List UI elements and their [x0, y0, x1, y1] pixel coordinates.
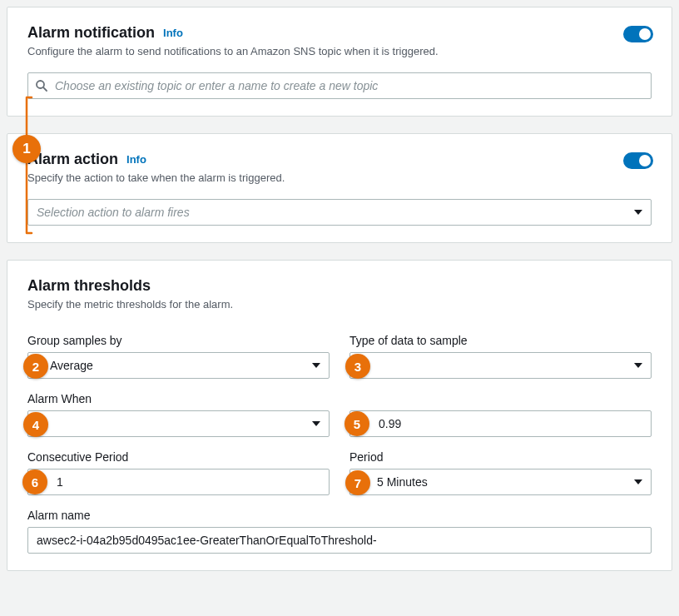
period-select[interactable]: 5 Minutes 7	[349, 469, 652, 495]
info-link-notification[interactable]: Info	[163, 27, 183, 39]
alarm-notification-title: Alarm notification	[27, 24, 155, 42]
type-of-data-field: Type of data to sample 3	[349, 334, 652, 379]
group-samples-value: Average	[37, 359, 93, 372]
panel-header: Alarm action Info	[27, 151, 652, 168]
alarm-action-select[interactable]: Selection action to alarm fires	[27, 199, 652, 226]
alarm-when-value-field: 5	[349, 392, 652, 437]
action-toggle[interactable]	[623, 152, 653, 169]
alarm-action-select-placeholder: Selection action to alarm fires	[37, 206, 190, 219]
search-icon	[35, 79, 48, 92]
annotation-badge-4: 4	[23, 412, 48, 437]
group-samples-select[interactable]: Average 2	[27, 352, 330, 379]
period-label: Period	[349, 450, 652, 464]
alarm-action-panel: Alarm action Info Specify the action to …	[7, 133, 672, 243]
chevron-down-icon	[634, 210, 642, 215]
consecutive-period-label: Consecutive Period	[27, 450, 330, 464]
chevron-down-icon	[312, 421, 320, 426]
sns-topic-input[interactable]	[48, 73, 644, 98]
period-field: Period 5 Minutes 7	[349, 450, 652, 495]
annotation-badge-3: 3	[345, 354, 370, 379]
alarm-thresholds-panel: Alarm thresholds Specify the metric thre…	[7, 260, 672, 571]
chevron-down-icon	[634, 479, 642, 484]
alarm-thresholds-title: Alarm thresholds	[27, 277, 652, 295]
chevron-down-icon	[312, 363, 320, 368]
svg-line-1	[43, 87, 47, 91]
alarm-when-threshold-input[interactable]	[349, 410, 652, 437]
sns-topic-search[interactable]	[27, 72, 652, 99]
group-samples-field: Group samples by Average 2	[27, 334, 330, 379]
alarm-name-field: Alarm name	[27, 509, 652, 554]
alarm-name-input[interactable]	[27, 527, 652, 554]
type-of-data-select[interactable]: 3	[349, 352, 652, 379]
alarm-name-label: Alarm name	[27, 509, 652, 522]
period-value: 5 Minutes	[359, 475, 428, 489]
alarm-when-field: Alarm When 4	[27, 392, 330, 437]
alarm-notification-desc: Configure the alarm to send notification…	[27, 45, 652, 57]
group-samples-label: Group samples by	[27, 334, 330, 347]
thresholds-grid: Group samples by Average 2 Type of data …	[27, 334, 652, 554]
alarm-notification-panel: Alarm notification Info Configure the al…	[7, 7, 672, 117]
alarm-when-select[interactable]: 4	[27, 410, 330, 437]
alarm-when-label: Alarm When	[27, 392, 330, 405]
type-of-data-label: Type of data to sample	[349, 334, 652, 347]
consecutive-period-input[interactable]	[27, 469, 330, 495]
alarm-action-desc: Specify the action to take when the alar…	[27, 171, 652, 184]
consecutive-period-field: Consecutive Period 6	[27, 450, 330, 495]
alarm-action-title: Alarm action	[27, 151, 118, 168]
notification-toggle[interactable]	[623, 26, 653, 42]
info-link-action[interactable]: Info	[126, 153, 146, 166]
panel-header: Alarm notification Info	[27, 24, 652, 42]
chevron-down-icon	[634, 363, 642, 368]
alarm-thresholds-desc: Specify the metric thresholds for the al…	[27, 298, 652, 310]
